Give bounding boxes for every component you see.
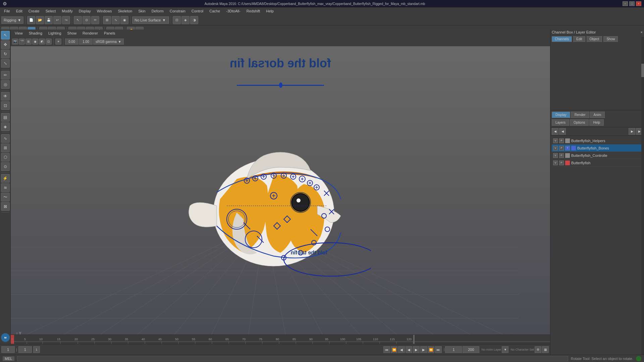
- subtab-help[interactable]: Help: [589, 119, 604, 126]
- char-set-btn[interactable]: ⚙: [535, 346, 541, 353]
- save-scene-btn[interactable]: 💾: [45, 16, 53, 24]
- channel-box-close[interactable]: ×: [641, 30, 643, 34]
- vp-flat-btn[interactable]: ◩: [39, 39, 45, 45]
- menu-display[interactable]: Display: [76, 8, 94, 14]
- tab-display[interactable]: Display: [552, 112, 570, 118]
- tab-channels[interactable]: Channels: [552, 36, 572, 42]
- minimize-button[interactable]: −: [623, 1, 628, 6]
- cloth-icon[interactable]: ⊠: [1, 202, 10, 211]
- subtab-options[interactable]: Options: [570, 119, 589, 126]
- close-button[interactable]: ×: [636, 1, 641, 6]
- menu-skin[interactable]: Skin: [136, 8, 148, 14]
- snap-point-btn[interactable]: ◉: [120, 16, 128, 24]
- polygon-icon[interactable]: ⬡: [1, 153, 10, 162]
- new-scene-btn[interactable]: 📄: [27, 16, 35, 24]
- menu-skeleton[interactable]: Skeleton: [115, 8, 135, 14]
- undo-btn[interactable]: ↩: [53, 16, 61, 24]
- layer-vis-bones[interactable]: V: [553, 146, 558, 150]
- layer-row-helpers[interactable]: V P Butterflyfish_Helpers: [552, 137, 643, 144]
- vp-camera-btn[interactable]: 📷: [12, 39, 18, 45]
- paint-icon[interactable]: ✏: [1, 71, 10, 79]
- select-icon[interactable]: ↖: [1, 31, 10, 40]
- menu-select[interactable]: Select: [43, 8, 59, 14]
- first-frame-btn[interactable]: ⏮: [383, 346, 390, 353]
- layer-t-bones[interactable]: T: [565, 146, 570, 150]
- next-frame-btn[interactable]: ▶: [420, 346, 427, 353]
- right-scrollbar-thumb[interactable]: [641, 64, 644, 77]
- layer-vis-helpers[interactable]: V: [553, 138, 558, 143]
- paint-sel-btn[interactable]: ✏: [91, 16, 99, 24]
- current-frame-input[interactable]: [1, 346, 15, 353]
- show-hide-icon[interactable]: 👁: [1, 92, 10, 101]
- gamma-dropdown[interactable]: sRGB gamma ▼: [93, 39, 124, 45]
- layer-vis-controls[interactable]: V: [553, 153, 558, 158]
- sculpt-icon[interactable]: ⊙: [1, 162, 10, 171]
- render-btn[interactable]: ◈: [181, 16, 190, 24]
- curve-icon[interactable]: ∿: [1, 134, 10, 143]
- play-fwd-btn[interactable]: ▶: [413, 346, 420, 353]
- menu-3dtall[interactable]: -3DtoAll-: [223, 8, 243, 14]
- render-icon[interactable]: ◈: [1, 122, 10, 131]
- hair-icon[interactable]: 〜: [1, 193, 10, 201]
- layer-p-helpers[interactable]: P: [559, 138, 564, 143]
- vp-scale-input[interactable]: [79, 39, 93, 45]
- live-surface-dropdown[interactable]: No Live Surface ▼: [132, 16, 169, 24]
- menu-control[interactable]: Control: [189, 8, 206, 14]
- redo-btn[interactable]: ↪: [62, 16, 70, 24]
- menu-help[interactable]: Help: [263, 8, 276, 14]
- vp-menu-panels[interactable]: Panels: [101, 31, 118, 36]
- open-scene-btn[interactable]: 📂: [36, 16, 44, 24]
- vp-z-input[interactable]: [65, 39, 78, 45]
- anim-layer-btn[interactable]: ▼: [502, 346, 508, 353]
- snap-curve-btn[interactable]: ∿: [112, 16, 120, 24]
- vp-tex-btn[interactable]: ⊡: [46, 39, 52, 45]
- vp-smooth-btn[interactable]: ◉: [32, 39, 38, 45]
- timeline[interactable]: 0 5 10 15 20 25 30 35 40 45 50 55 60: [11, 335, 550, 344]
- vp-menu-view[interactable]: View: [12, 31, 25, 36]
- lasso-btn[interactable]: ⊙: [83, 16, 91, 24]
- display-icon[interactable]: ⊡: [1, 101, 10, 110]
- mel-input[interactable]: [17, 356, 568, 361]
- layer-row-fish[interactable]: V P Butterflyfish: [552, 159, 643, 167]
- layer-p-controls[interactable]: P: [559, 153, 564, 158]
- vp-menu-lighting[interactable]: Lighting: [46, 31, 64, 36]
- vp-film-btn[interactable]: 🎬: [19, 39, 25, 45]
- layer-vis-fish[interactable]: V: [553, 161, 558, 165]
- soft-select-icon[interactable]: ◎: [1, 80, 10, 89]
- snap-grid-btn[interactable]: ⊞: [103, 16, 111, 24]
- right-scrollbar[interactable]: [641, 37, 644, 362]
- char-set-btn2[interactable]: ▦: [542, 346, 549, 353]
- menu-file[interactable]: File: [1, 8, 13, 14]
- layer-row-controls[interactable]: V P Butterflyfish_Controlle: [552, 152, 643, 159]
- menu-edit[interactable]: Edit: [13, 8, 25, 14]
- prev-key-btn[interactable]: ⏪: [391, 346, 397, 353]
- vp-light-btn[interactable]: ☀: [55, 39, 61, 45]
- layer-next2-btn[interactable]: ▶: [629, 128, 635, 135]
- scale-icon[interactable]: ⤡: [1, 59, 10, 68]
- next-key-btn[interactable]: ⏩: [428, 346, 434, 353]
- tab-edit[interactable]: Edit: [573, 36, 585, 42]
- vp-menu-show[interactable]: Show: [65, 31, 79, 36]
- menu-deform[interactable]: Deform: [149, 8, 166, 14]
- menu-create[interactable]: Create: [26, 8, 42, 14]
- move-icon[interactable]: ✥: [1, 40, 10, 49]
- range-end-input[interactable]: [463, 346, 479, 353]
- prev-frame-btn[interactable]: ◀: [398, 346, 405, 353]
- rotate-icon[interactable]: ↻: [1, 50, 10, 58]
- layer-icon[interactable]: ▤: [1, 113, 10, 122]
- ipr-btn[interactable]: ◑: [190, 16, 198, 24]
- tab-render[interactable]: Render: [571, 112, 589, 118]
- tab-object[interactable]: Object: [587, 36, 602, 42]
- layer-p-bones[interactable]: P: [559, 146, 564, 150]
- layer-p-fish[interactable]: P: [559, 161, 564, 165]
- layer-prev-btn[interactable]: ◀: [552, 128, 558, 135]
- layer-row-bones[interactable]: V P T Butterflyfish_Bones: [552, 144, 643, 152]
- vp-menu-renderer[interactable]: Renderer: [80, 31, 101, 36]
- select-tool-btn[interactable]: ↖: [74, 16, 82, 24]
- menu-modify[interactable]: Modify: [59, 8, 75, 14]
- menu-constrain[interactable]: Constrain: [167, 8, 188, 14]
- layer-prev2-btn[interactable]: ◀: [559, 128, 566, 135]
- dynamics-icon[interactable]: ⚡: [1, 174, 10, 183]
- menu-redshift[interactable]: Redshift: [244, 8, 263, 14]
- tab-show[interactable]: Show: [603, 36, 618, 42]
